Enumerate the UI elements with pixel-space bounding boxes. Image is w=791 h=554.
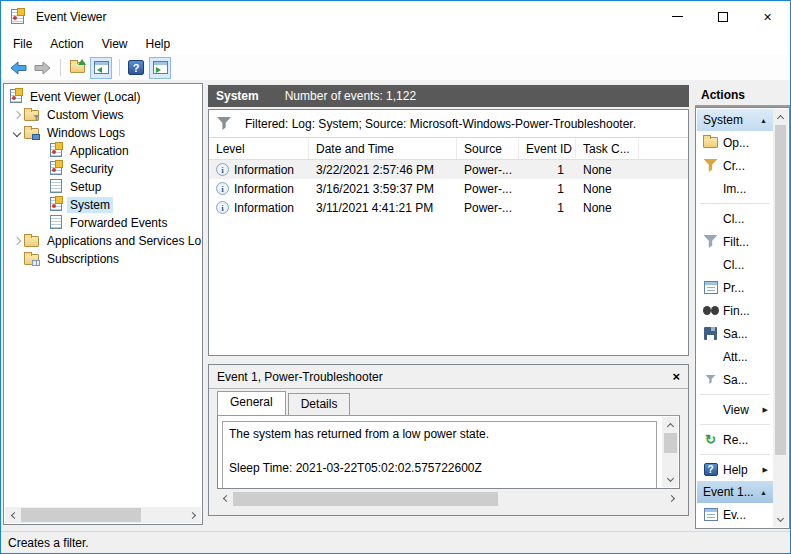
expander-collapsed-icon[interactable] [10, 238, 24, 244]
event-detail-panel: Event 1, Power-Troubleshooter × General … [208, 364, 689, 516]
tree-horizontal-scrollbar[interactable] [5, 507, 201, 523]
action-save-all-events[interactable]: Sa... [697, 322, 773, 345]
tab-general[interactable]: General [217, 391, 286, 415]
action-properties[interactable]: Pr... [697, 276, 773, 299]
actions-section-system[interactable]: System ▲ [697, 109, 773, 131]
help-button[interactable]: ? [125, 57, 147, 79]
tree-item-setup[interactable]: Setup [4, 178, 202, 196]
scrollbar-thumb[interactable] [775, 125, 786, 455]
forward-button[interactable] [31, 57, 53, 79]
actions-section-event[interactable]: Event 1... ▲ [697, 481, 773, 503]
menu-action[interactable]: Action [41, 34, 92, 54]
scroll-down-icon[interactable] [773, 511, 789, 527]
scroll-left-icon[interactable] [5, 507, 21, 523]
detail-horizontal-scrollbar[interactable] [217, 491, 680, 506]
actions-separator [700, 203, 770, 204]
action-clear-log[interactable]: Cl... [697, 207, 773, 230]
content-region: Event Viewer (Local) Custom Views Window… [1, 81, 790, 531]
action-find[interactable]: Fin... [697, 299, 773, 322]
binoculars-icon [701, 305, 720, 316]
tree-item-event-viewer-local[interactable]: Event Viewer (Local) [4, 88, 202, 106]
column-source[interactable]: Source [457, 138, 519, 159]
action-create-custom-view[interactable]: Cr... [697, 154, 773, 177]
open-saved-log-button[interactable] [66, 57, 88, 79]
filter-text: Filtered: Log: System; Source: Microsoft… [245, 117, 636, 131]
scroll-up-icon[interactable] [773, 109, 789, 125]
maximize-button[interactable] [700, 1, 745, 32]
toolbar-separator [60, 59, 61, 76]
show-action-pane-button[interactable] [149, 57, 171, 79]
event-row[interactable]: iInformation 3/11/2021 4:41:21 PM Power-… [209, 198, 688, 217]
scrollbar-thumb[interactable] [664, 433, 677, 453]
event-viewer-window: Event Viewer × File Action View Help ? [0, 0, 791, 554]
setup-log-icon [50, 179, 62, 196]
properties-icon [701, 281, 720, 294]
actions-separator [700, 394, 770, 395]
detail-vertical-scrollbar[interactable] [662, 417, 678, 487]
close-button[interactable]: × [745, 1, 790, 32]
column-event-id[interactable]: Event ID [519, 138, 576, 159]
action-clear-filter[interactable]: Cl... [697, 253, 773, 276]
column-level[interactable]: Level [209, 138, 309, 159]
tree-item-windows-logs[interactable]: Windows Logs [4, 124, 202, 142]
detail-line-1: The system has returned from a low power… [229, 426, 650, 443]
action-view[interactable]: View ▶ [697, 398, 773, 421]
toolbar: ? [1, 55, 790, 81]
tab-details[interactable]: Details [288, 393, 351, 415]
action-open-saved-log[interactable]: Op... [697, 131, 773, 154]
action-help[interactable]: ? Help ▶ [697, 458, 773, 481]
tree-item-subscriptions[interactable]: Subscriptions [4, 250, 202, 268]
detail-content: The system has returned from a low power… [217, 415, 680, 489]
filter-icon [701, 235, 720, 248]
submenu-arrow-icon: ▶ [763, 406, 768, 414]
show-console-tree-button[interactable] [90, 57, 112, 79]
window-title: Event Viewer [36, 10, 106, 24]
column-task-category[interactable]: Task C... [576, 138, 639, 159]
event-viewer-app-icon [11, 9, 27, 25]
tree-item-custom-views[interactable]: Custom Views [4, 106, 202, 124]
scrollbar-thumb[interactable] [233, 492, 498, 506]
tree-item-application[interactable]: Application [4, 142, 202, 160]
scroll-right-icon[interactable] [664, 491, 680, 507]
menu-view[interactable]: View [93, 34, 137, 54]
event-row[interactable]: iInformation 3/16/2021 3:59:37 PM Power-… [209, 179, 688, 198]
scroll-down-icon[interactable] [662, 471, 678, 487]
properties-icon [701, 508, 720, 521]
close-icon: × [763, 10, 771, 24]
action-event-properties[interactable]: Ev... [697, 503, 773, 526]
column-date-and-time[interactable]: Date and Time [309, 138, 457, 159]
expander-collapsed-icon[interactable] [10, 112, 24, 118]
subscriptions-folder-icon [24, 254, 39, 265]
event-row[interactable]: iInformation 3/22/2021 2:57:46 PM Power-… [209, 160, 688, 179]
tree-item-security[interactable]: Security [4, 160, 202, 178]
actions-panel-title: Actions [695, 85, 790, 107]
actions-vertical-scrollbar[interactable] [773, 109, 788, 527]
action-import-custom-view[interactable]: Im... [697, 177, 773, 200]
back-button[interactable] [7, 57, 29, 79]
event-viewer-icon [10, 89, 22, 106]
expander-expanded-icon[interactable] [10, 130, 24, 136]
tree-item-applications-services[interactable]: Applications and Services Lo [4, 232, 202, 250]
scroll-right-icon[interactable] [185, 507, 201, 523]
action-save-filter[interactable]: Sa... [697, 368, 773, 391]
scroll-left-icon[interactable] [217, 491, 233, 507]
minimize-button[interactable] [655, 1, 700, 32]
save-filter-icon [701, 375, 720, 384]
save-icon [701, 327, 720, 340]
menu-file[interactable]: File [4, 34, 41, 54]
tree-item-forwarded-events[interactable]: Forwarded Events [4, 214, 202, 232]
scrollbar-thumb[interactable] [21, 508, 141, 522]
action-attach-task[interactable]: Att... [697, 345, 773, 368]
menu-bar: File Action View Help [1, 32, 790, 55]
detail-close-icon[interactable]: × [672, 369, 680, 384]
collapse-section-icon[interactable]: ▲ [760, 117, 767, 124]
scroll-up-icon[interactable] [662, 417, 678, 433]
action-refresh[interactable]: ↻ Re... [697, 428, 773, 451]
applications-services-folder-icon [24, 236, 39, 247]
open-saved-log-icon [70, 62, 85, 73]
tree-item-system[interactable]: System [4, 196, 202, 214]
collapse-section-icon[interactable]: ▲ [760, 489, 767, 496]
status-text: Creates a filter. [8, 536, 89, 550]
action-filter-current-log[interactable]: Filt... [697, 230, 773, 253]
menu-help[interactable]: Help [137, 34, 180, 54]
